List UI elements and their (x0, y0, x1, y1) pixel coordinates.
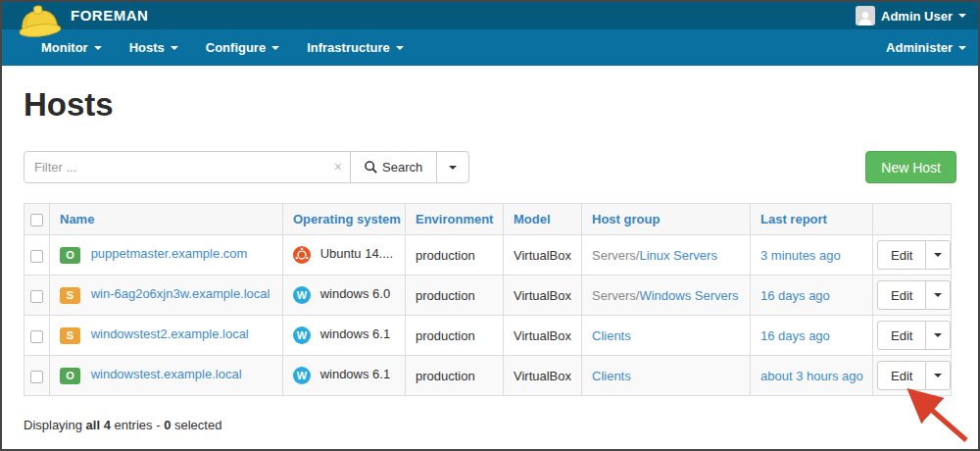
host-group-link[interactable]: Clients (592, 369, 631, 383)
edit-dropdown-button[interactable] (925, 280, 951, 310)
os-cell: W windows 6.1 (283, 316, 406, 356)
host-link[interactable]: windowstest.example.local (91, 367, 242, 381)
foreman-helmet-logo[interactable] (17, 4, 62, 43)
edit-button-group: Edit (877, 240, 951, 270)
chevron-down-icon (958, 14, 966, 18)
clear-filter-icon[interactable]: × (334, 159, 342, 175)
last-report-link[interactable]: 16 days ago (760, 328, 830, 343)
last-report-cell: 16 days ago (751, 316, 873, 356)
chevron-down-icon (449, 166, 457, 170)
os-icon: W (293, 367, 311, 384)
brand-title[interactable]: FOREMAN (71, 2, 148, 29)
table-row: O puppetmaster.example.com Ubuntu 14....… (24, 235, 952, 276)
edit-button-group: Edit (877, 361, 951, 390)
top-navbar: FOREMAN Admin User (2, 2, 978, 29)
chevron-down-icon (396, 46, 404, 50)
row-checkbox[interactable] (30, 250, 43, 263)
actions-cell: Edit (873, 316, 952, 356)
chevron-down-icon (94, 46, 102, 50)
edit-button[interactable]: Edit (877, 321, 926, 350)
edit-dropdown-button[interactable] (925, 321, 951, 350)
last-report-cell: about 3 hours ago (751, 356, 873, 396)
row-checkbox[interactable] (30, 290, 43, 303)
host-group-cell: Clients (582, 356, 751, 396)
host-name-cell: S windowstest2.example.local (50, 316, 283, 356)
status-badge: O (60, 247, 80, 264)
host-group-prefix: Servers/ (592, 288, 639, 303)
toolbar: × Search New Host (24, 151, 956, 183)
search-icon (365, 161, 377, 174)
menu-label: Hosts (129, 29, 165, 66)
os-cell: W windows 6.1 (283, 356, 406, 396)
last-report-cell: 16 days ago (751, 276, 873, 316)
environment-cell: production (406, 316, 504, 356)
last-report-link[interactable]: about 3 hours ago (760, 369, 863, 383)
menu-label: Configure (206, 29, 266, 66)
menu-item-administer[interactable]: Administer (886, 29, 966, 66)
edit-button[interactable]: Edit (877, 280, 926, 310)
administer-label: Administer (886, 29, 953, 66)
host-group-link[interactable]: Clients (592, 328, 631, 343)
menu-item-configure[interactable]: Configure (192, 29, 293, 66)
os-name: windows 6.0 (320, 286, 391, 301)
edit-dropdown-button[interactable] (925, 361, 951, 390)
os-icon: W (293, 286, 311, 304)
model-cell: VirtualBox (504, 235, 582, 276)
host-name-cell: O windowstest.example.local (50, 356, 283, 396)
select-all-checkbox-cell (24, 204, 50, 235)
environment-cell: production (406, 235, 504, 276)
chevron-down-icon (934, 374, 942, 377)
host-link[interactable]: windowstest2.example.local (91, 326, 249, 341)
column-header-model[interactable]: Model (504, 204, 582, 235)
host-group-prefix: Servers/ (592, 248, 639, 263)
actions-cell: Edit (873, 276, 952, 316)
chevron-down-icon (271, 46, 279, 50)
column-header-host-group[interactable]: Host group (582, 204, 751, 235)
host-group-cell: Servers/Windows Servers (582, 276, 751, 316)
main-navbar: MonitorHostsConfigureInfrastructure Admi… (2, 29, 978, 66)
host-group-link[interactable]: Linux Servers (639, 248, 716, 263)
column-header-operating-system[interactable]: Operating system (283, 204, 406, 235)
foreman-hosts-page: FOREMAN Admin User MonitorHostsConfigure… (0, 0, 980, 451)
page-content: Hosts × Search New Host (2, 86, 978, 432)
search-group: × Search (24, 151, 469, 183)
hosts-table: NameOperating systemEnvironmentModelHost… (24, 203, 952, 396)
host-name-cell: O puppetmaster.example.com (50, 235, 283, 276)
os-cell: Ubuntu 14.... (283, 235, 406, 276)
table-row: S windowstest2.example.local W windows 6… (24, 316, 952, 356)
last-report-link[interactable]: 16 days ago (760, 288, 830, 303)
filter-input[interactable] (24, 151, 351, 183)
search-dropdown-button[interactable] (436, 151, 469, 183)
user-menu[interactable]: Admin User (856, 2, 966, 29)
os-name: Ubuntu 14.... (320, 246, 393, 261)
row-checkbox[interactable] (30, 330, 43, 343)
entries-summary: Displaying all 4 entries - 0 selected (24, 418, 956, 432)
new-host-button[interactable]: New Host (865, 151, 956, 183)
select-all-checkbox[interactable] (30, 214, 43, 226)
host-group-link[interactable]: Windows Servers (639, 288, 738, 303)
search-button[interactable]: Search (350, 151, 437, 183)
page-title: Hosts (24, 86, 956, 124)
last-report-link[interactable]: 3 minutes ago (760, 248, 841, 263)
host-group-cell: Clients (582, 316, 751, 356)
row-checkbox[interactable] (30, 371, 43, 383)
edit-button-group: Edit (877, 280, 951, 310)
model-cell: VirtualBox (504, 316, 582, 356)
os-name: windows 6.1 (320, 326, 391, 341)
edit-button[interactable]: Edit (877, 240, 926, 270)
host-link[interactable]: win-6ag2o6xjn3w.example.local (91, 286, 270, 301)
status-badge: O (60, 368, 80, 384)
column-header-name[interactable]: Name (50, 204, 283, 235)
host-link[interactable]: puppetmaster.example.com (91, 246, 248, 261)
edit-button[interactable]: Edit (877, 361, 926, 390)
os-icon (293, 246, 311, 264)
menu-item-infrastructure[interactable]: Infrastructure (293, 29, 417, 66)
menu-item-hosts[interactable]: Hosts (116, 29, 192, 66)
chevron-down-icon (934, 293, 942, 297)
user-avatar-icon (856, 6, 875, 25)
edit-dropdown-button[interactable] (925, 240, 951, 270)
column-header-environment[interactable]: Environment (406, 204, 504, 235)
chevron-down-icon (958, 46, 966, 50)
row-checkbox-cell (24, 356, 50, 396)
column-header-last-report[interactable]: Last report (751, 204, 873, 235)
